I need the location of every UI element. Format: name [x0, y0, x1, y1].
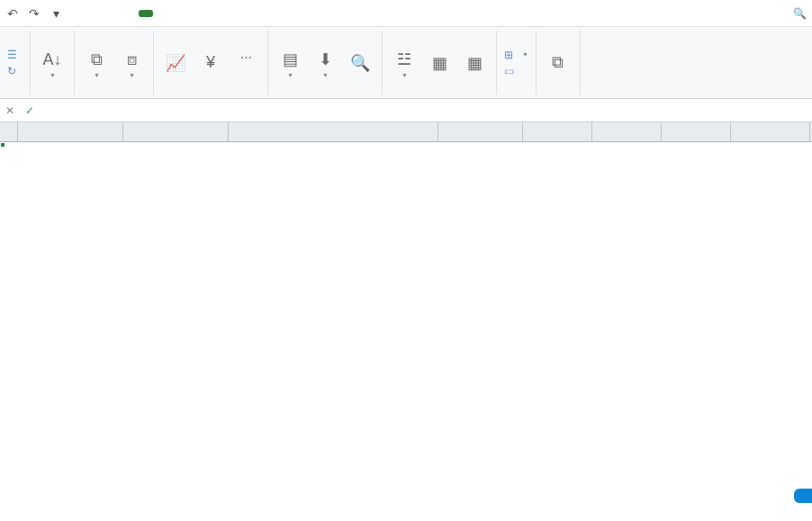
sort-icon: A↓ — [40, 47, 65, 72]
menu-bar: ↶ ↷ ▾ 🔍 — [0, 0, 812, 27]
lookup-button[interactable]: 🔍 — [343, 50, 377, 76]
quick-access-toolbar: ↶ ↷ ▾ — [4, 4, 74, 22]
tab-dev[interactable] — [198, 10, 202, 17]
more-icon: ⋯ — [233, 45, 258, 70]
fund-button[interactable]: ¥ — [194, 50, 228, 76]
simulate-button[interactable]: ⊞▼ — [501, 48, 531, 62]
record-form-button[interactable]: ▭ — [501, 64, 522, 78]
col-header-B[interactable] — [0, 122, 18, 141]
consolidate-icon: ▦ — [462, 50, 487, 76]
formula-confirm-icon[interactable]: ✓ — [20, 104, 40, 117]
reapply-button[interactable]: ↻ — [5, 64, 25, 78]
formula-cancel-icon[interactable]: ✕ — [0, 104, 20, 117]
dropdown-list-icon: ▦ — [427, 50, 452, 76]
fund-icon: ¥ — [198, 50, 223, 76]
compare-icon: ⧈ — [119, 47, 144, 72]
tab-insert[interactable] — [90, 10, 94, 17]
col-header-H[interactable] — [592, 122, 662, 141]
selection-frame — [0, 142, 4, 146]
stock-icon: 📈 — [163, 50, 188, 76]
group-button[interactable]: ⧉ — [541, 50, 575, 76]
ribbon-tabs — [74, 10, 266, 17]
stock-button[interactable]: 📈 — [158, 50, 193, 76]
tab-toolbox[interactable] — [230, 10, 234, 17]
lookup-icon: 🔍 — [347, 50, 373, 76]
tab-review[interactable] — [166, 10, 169, 17]
compare-button[interactable]: ⧈▼ — [114, 47, 149, 78]
show-all-button[interactable]: ☰ — [5, 48, 25, 62]
consolidate-button[interactable]: ▦ — [457, 50, 492, 76]
ribbon: ☰ ↻ A↓ ▼ ⧉▼ ⧈▼ 📈 ¥ ⋯ ▤▼ ⬇▼ 🔍 ☳▼ ▦ ▦ ⊞▼ ▭… — [0, 27, 812, 99]
col-header-F[interactable] — [438, 122, 523, 141]
tab-efficiency[interactable] — [263, 10, 266, 17]
form-icon: ▭ — [504, 65, 517, 77]
sort-button[interactable]: A↓ ▼ — [35, 47, 69, 78]
split-icon: ▤ — [277, 47, 302, 72]
group-icon: ⧉ — [546, 50, 571, 76]
split-button[interactable]: ▤▼ — [273, 47, 307, 78]
tab-formula[interactable] — [122, 10, 126, 17]
validity-button[interactable]: ☳▼ — [387, 47, 421, 78]
qat-dropdown-icon[interactable]: ▾ — [47, 4, 65, 22]
search-icon: 🔍 — [793, 7, 807, 20]
col-header-D[interactable] — [123, 122, 229, 141]
fill-button[interactable]: ⬇▼ — [308, 47, 342, 78]
refresh-icon: ↻ — [7, 65, 20, 77]
tab-layout[interactable] — [106, 10, 110, 17]
tab-member[interactable] — [214, 10, 218, 17]
spreadsheet — [0, 122, 812, 142]
col-header-I[interactable] — [662, 122, 731, 141]
search-command[interactable]: 🔍 — [793, 7, 808, 20]
undo-icon[interactable]: ↶ — [4, 4, 22, 22]
tab-view[interactable] — [182, 10, 185, 17]
more-datatype-button[interactable]: ⋯ — [229, 45, 263, 81]
funnel-icon: ☰ — [7, 49, 20, 61]
col-header-E[interactable] — [229, 122, 438, 141]
column-headers — [0, 122, 812, 142]
col-header-C[interactable] — [18, 122, 123, 141]
formula-bar: ✕ ✓ — [0, 99, 812, 122]
fill-icon: ⬇ — [312, 47, 338, 72]
watermark-tag-logo — [794, 489, 812, 503]
tab-finance[interactable] — [247, 10, 250, 17]
tab-data[interactable] — [139, 10, 153, 17]
chevron-down-icon: ▼ — [50, 72, 56, 78]
dropdown-list-button[interactable]: ▦ — [422, 50, 456, 76]
redo-icon[interactable]: ↷ — [25, 4, 43, 22]
validity-icon: ☳ — [392, 47, 417, 72]
col-header-J[interactable] — [731, 122, 810, 141]
duplicates-icon: ⧉ — [84, 47, 109, 72]
simulate-icon: ⊞ — [504, 49, 517, 61]
tab-start[interactable] — [74, 10, 77, 17]
col-header-G[interactable] — [523, 122, 592, 141]
duplicates-button[interactable]: ⧉▼ — [79, 47, 113, 78]
selection-handle[interactable] — [0, 142, 5, 148]
